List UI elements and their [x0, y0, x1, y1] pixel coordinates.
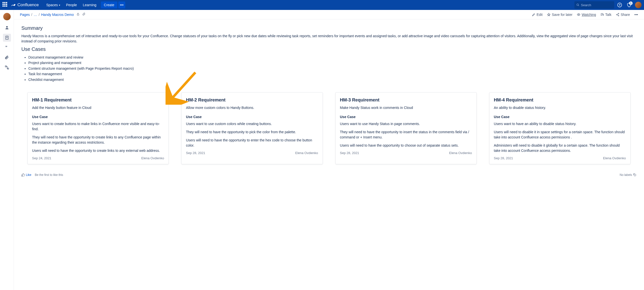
talk-button[interactable]: Talk	[600, 13, 612, 17]
svg-point-4	[6, 26, 8, 27]
card-p: Users will need to have the opportunity …	[340, 143, 472, 148]
svg-point-14	[616, 14, 618, 15]
labels-area[interactable]: No labels	[620, 173, 636, 177]
help-icon[interactable]: ?	[616, 1, 624, 9]
card-title: HM-2 Requirement	[186, 98, 318, 103]
labels-text: No labels	[620, 173, 632, 177]
svg-rect-11	[77, 14, 79, 15]
edit-label: Edit	[537, 13, 542, 17]
card-uc-heading: Use Case	[32, 115, 164, 119]
requirement-card: HM-1 Requirement Add the Handy button fe…	[27, 92, 169, 164]
svg-point-15	[618, 15, 619, 16]
svg-text:”: ”	[5, 45, 7, 50]
notifications-icon[interactable]: 1	[625, 1, 633, 9]
share-icon	[616, 13, 620, 16]
page-tree-icon[interactable]	[3, 63, 11, 71]
space-avatar[interactable]	[3, 13, 11, 20]
nav-learning[interactable]: Learning	[80, 0, 100, 10]
breadcrumb-current[interactable]: Handy Macros Demo	[41, 13, 74, 17]
svg-point-13	[618, 13, 619, 14]
card-p: Users will need to have the opportunity …	[186, 138, 318, 148]
search-input[interactable]	[581, 3, 612, 7]
nav-people[interactable]: People	[63, 0, 80, 10]
nav-people-label: People	[66, 3, 77, 7]
nav-learning-label: Learning	[83, 3, 96, 7]
eye-icon	[577, 13, 580, 16]
page-header: Pages / … / Handy Macros Demo Edit	[14, 10, 644, 19]
attachments-icon[interactable]	[3, 54, 11, 62]
card-subtitle: Allow more custom colors to Handy Button…	[186, 105, 318, 110]
page-more-button[interactable]: •••	[634, 13, 638, 17]
usecase-item: Project planning and management	[28, 60, 636, 65]
header-more-button[interactable]: •••	[118, 1, 125, 8]
card-date: Sep 28, 2021	[186, 151, 205, 155]
card-author: Elena Ovdienko	[141, 156, 164, 160]
ellipsis-icon: •••	[634, 13, 638, 17]
svg-text:?: ?	[619, 3, 620, 6]
confluence-logo[interactable]: Confluence	[11, 2, 39, 7]
share-button[interactable]: Share	[616, 13, 630, 17]
card-author: Elena Ovdienko	[603, 156, 626, 160]
card-date: Sep 28, 2021	[494, 156, 513, 160]
blog-icon[interactable]: ”	[3, 44, 11, 52]
save-for-later-button[interactable]: Save for later	[547, 13, 572, 17]
card-subtitle: Add the Handy button feature in Cloud	[32, 105, 164, 110]
requirement-card: HM-4 Requirement An ability to disable s…	[489, 92, 630, 164]
svg-line-1	[578, 5, 579, 6]
card-p: They will need to have the opportunity t…	[340, 130, 472, 140]
restrictions-icon[interactable]	[76, 12, 80, 17]
svg-rect-10	[8, 68, 9, 69]
page-footer: Like Be the first to like this No labels	[14, 169, 644, 179]
save-label: Save for later	[552, 13, 572, 17]
star-icon	[547, 13, 550, 16]
card-p: Users will need to disable it in space s…	[494, 130, 626, 140]
nav-spaces[interactable]: Spaces ▾	[43, 0, 63, 10]
breadcrumb-pages[interactable]: Pages	[20, 13, 30, 17]
requirement-card: HM-3 Requirement Make Handy Status work …	[335, 92, 477, 164]
talk-icon	[600, 13, 604, 16]
card-p: Users want to use Handy Status in page c…	[340, 121, 472, 127]
breadcrumb-ellipsis[interactable]: …	[34, 13, 37, 17]
card-subtitle: Make Handy Status work in comments in Cl…	[340, 105, 472, 110]
card-p: Administers will need to disable it glob…	[494, 143, 626, 153]
create-button[interactable]: Create	[101, 1, 117, 8]
share-label: Share	[621, 13, 630, 17]
card-p: Users want to use custom colors while cr…	[186, 121, 318, 127]
card-title: HM-4 Requirement	[494, 98, 626, 103]
breadcrumb-sep: /	[31, 13, 32, 17]
card-author: Elena Ovdienko	[295, 151, 318, 155]
left-sidebar: ”	[0, 10, 14, 290]
search-box[interactable]	[574, 1, 614, 9]
usecase-item: Content structure management (with Page …	[28, 66, 636, 71]
usecases-heading: Use Cases	[22, 46, 636, 52]
attachments-bc-icon[interactable]	[82, 12, 86, 17]
breadcrumb: Pages / … / Handy Macros Demo	[20, 12, 86, 17]
like-button[interactable]: Like	[22, 173, 31, 177]
card-date: Sep 28, 2021	[340, 151, 359, 155]
chevron-down-icon: ▾	[59, 4, 60, 6]
svg-point-12	[578, 14, 579, 15]
nav-spaces-label: Spaces	[46, 3, 58, 7]
edit-button[interactable]: Edit	[532, 13, 542, 17]
card-uc-heading: Use Case	[340, 115, 472, 119]
user-avatar[interactable]	[635, 2, 642, 8]
card-p: They will need to have the opportunity t…	[32, 135, 164, 145]
tag-icon	[633, 173, 636, 177]
search-icon	[576, 3, 580, 7]
talk-label: Talk	[605, 13, 612, 17]
svg-point-0	[577, 4, 579, 5]
card-author: Elena Ovdienko	[449, 151, 472, 155]
main-content: Pages / … / Handy Macros Demo Edit	[14, 10, 644, 290]
app-switcher-icon[interactable]	[2, 2, 8, 8]
page-actions: Edit Save for later Watching Talk Share	[532, 13, 638, 17]
pencil-icon	[532, 13, 536, 16]
card-title: HM-1 Requirement	[32, 98, 164, 103]
pages-icon[interactable]	[3, 34, 11, 42]
watching-button[interactable]: Watching	[577, 13, 596, 17]
svg-point-19	[634, 174, 634, 175]
like-label: Like	[26, 173, 31, 177]
card-p: They will need to have the opportunity t…	[186, 130, 318, 135]
confluence-icon	[11, 2, 16, 7]
summary-heading: Summary	[22, 25, 636, 31]
overview-icon[interactable]	[3, 24, 11, 32]
